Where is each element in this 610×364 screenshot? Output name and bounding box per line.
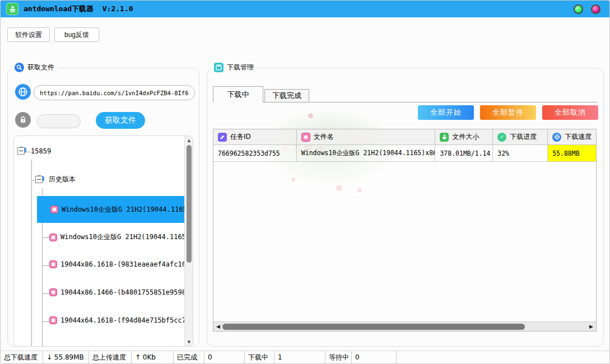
tree-item[interactable]: 19044x64.1618-(f94d84e715bf5cc707d: [49, 316, 193, 324]
tree-node-label: 15859: [31, 147, 51, 155]
tree-item-label: 19044x86.1466-(b4801755851e9598166: [60, 288, 193, 296]
file-tree: 15859 历史版本 Windows10企业版G 21H2(: [13, 136, 193, 347]
fetch-file-button[interactable]: 获取文件: [96, 112, 145, 129]
status-total-upload-speed-label: 总上传速度: [89, 351, 132, 363]
status-total-download-speed-label: 总下载速度: [1, 351, 43, 363]
progress-check-icon: ✓: [497, 133, 506, 142]
status-total-download-speed-value: ↓ 55.89MB: [43, 351, 89, 363]
tree-vertical-scrollbar[interactable]: ▲ ▼: [184, 136, 193, 346]
status-completed-label: 已完成: [174, 351, 204, 363]
scroll-right-icon[interactable]: ▶: [588, 324, 595, 329]
tree-item[interactable]: Windows10企业版G 21H2(19044.1165)x: [49, 232, 193, 242]
tree-connector-line: [31, 160, 32, 346]
scroll-up-icon[interactable]: ▲: [185, 136, 193, 144]
status-waiting-value: 0: [352, 351, 397, 363]
tree-item[interactable]: 19044x86.1618-(9831eaeaef4afc1004c: [49, 260, 193, 268]
collapse-expander-icon[interactable]: [17, 147, 25, 155]
tree-item[interactable]: 19044x86.1466-(b4801755851e9598166: [49, 288, 193, 296]
cell-progress: 32%: [493, 145, 548, 161]
watermark-dot: [308, 113, 313, 118]
globe-icon: [15, 84, 31, 100]
file-cube-icon: [49, 234, 57, 241]
tree-node-history-folder[interactable]: 历史版本: [35, 175, 76, 184]
download-manager-group: 下载管理 小刀娱乐 下载中 下载完成 全部开始 全部暂停 全部取消 任务ID: [207, 68, 604, 347]
status-filler: [397, 351, 609, 363]
extraction-code-input[interactable]: [37, 114, 81, 128]
column-header-speed[interactable]: 下载速度: [548, 129, 596, 144]
column-header-progress[interactable]: ✓ 下载进度: [493, 129, 548, 144]
cancel-all-button[interactable]: 全部取消: [542, 105, 598, 120]
table-horizontal-scrollbar[interactable]: ◀ ▶: [213, 321, 596, 331]
tree-item-label: Windows10企业版G 21H2(19044.1165)x: [62, 205, 184, 214]
tree-item-label: 19044x86.1618-(9831eaeaef4afc1004c: [60, 260, 193, 268]
table-scrollbar-thumb[interactable]: [222, 324, 525, 330]
pause-all-button[interactable]: 全部暂停: [480, 105, 536, 120]
speed-globe-icon: [552, 133, 561, 142]
cell-speed: 55.88MB: [548, 145, 596, 161]
download-manager-legend-label: 下载管理: [227, 63, 254, 72]
file-size-icon: [440, 133, 449, 142]
tab-downloading[interactable]: 下载中: [213, 86, 263, 102]
tree-connector-stub: [31, 180, 35, 181]
tab-completed[interactable]: 下载完成: [264, 89, 309, 102]
fetch-file-legend: 获取文件: [11, 63, 58, 72]
search-icon: [15, 63, 24, 72]
app-logo-icon: [6, 3, 18, 15]
cell-filename: Windows10企业版G 21H2(19044.1165)x86.W: [297, 145, 436, 161]
column-header-filesize[interactable]: 文件大小: [435, 129, 493, 144]
minimize-orb-button[interactable]: [574, 4, 583, 14]
app-window: antdownload下载器 V:2.1.0 软件设置 bug反馈 获取文件: [0, 0, 610, 364]
tree-node-label: 历史版本: [49, 175, 76, 184]
cell-task-id: 766962582353d755: [213, 145, 297, 161]
tree-connector-stub: [42, 237, 49, 238]
start-all-button[interactable]: 全部开始: [418, 105, 474, 120]
tree-connector-stub: [42, 321, 49, 322]
download-table: 任务ID 文件名 文件大小 ✓ 下载进度: [213, 129, 597, 332]
column-header-task-id[interactable]: 任务ID: [213, 129, 297, 144]
share-url-input[interactable]: [34, 85, 195, 100]
cell-filesize: 378.01MB/1.14: [435, 145, 493, 161]
scroll-left-icon[interactable]: ◀: [215, 324, 222, 329]
status-downloading-value: 1: [274, 351, 325, 363]
bug-feedback-button[interactable]: bug反馈: [54, 27, 99, 42]
file-cube-icon: [49, 288, 57, 296]
file-cube-icon: [50, 206, 58, 213]
disk-icon: [214, 63, 223, 72]
table-row[interactable]: 766962582353d755 Windows10企业版G 21H2(1904…: [213, 145, 596, 162]
close-orb-button[interactable]: [591, 4, 600, 14]
fetch-file-group: 获取文件 获取文件: [7, 68, 199, 347]
column-header-filename[interactable]: 文件名: [297, 129, 436, 144]
status-downloading-label: 下载中: [245, 351, 274, 363]
window-title: antdownload下载器 V:2.1.0: [24, 4, 133, 14]
file-cube-icon: [301, 133, 310, 142]
status-waiting-label: 等待中: [325, 351, 352, 363]
window-controls: [574, 4, 604, 14]
titlebar: antdownload下载器 V:2.1.0: [1, 1, 609, 17]
status-bar: 总下载速度 ↓ 55.89MB 总上传速度 ↑ 0Kb 已完成 0 下载中 1 …: [1, 351, 609, 363]
status-completed-value: 0: [204, 351, 245, 363]
settings-button[interactable]: 软件设置: [7, 27, 50, 42]
task-edit-icon: [218, 133, 227, 142]
file-cube-icon: [49, 260, 57, 268]
collapse-expander-icon[interactable]: [35, 176, 43, 183]
tree-item-label: 19044x64.1618-(f94d84e715bf5cc707d: [60, 316, 193, 324]
scroll-down-icon[interactable]: ▼: [185, 338, 193, 346]
tree-item-selected[interactable]: Windows10企业版G 21H2(19044.1165)x: [37, 196, 184, 223]
tree-connector-stub: [42, 265, 49, 266]
status-total-upload-speed-value: ↑ 0Kb: [132, 351, 174, 363]
tree-item-label: Windows10企业版G 21H2(19044.1165)x: [60, 232, 193, 242]
lock-icon: [15, 112, 31, 128]
table-header-row: 任务ID 文件名 文件大小 ✓ 下载进度: [213, 129, 596, 145]
download-manager-legend: 下载管理: [211, 63, 257, 72]
file-cube-icon: [49, 316, 57, 324]
tree-node-root[interactable]: 15859: [17, 146, 51, 156]
tree-connector-stub: [42, 293, 49, 294]
tree-scrollbar-thumb[interactable]: [187, 145, 192, 263]
fetch-file-legend-label: 获取文件: [27, 63, 54, 72]
